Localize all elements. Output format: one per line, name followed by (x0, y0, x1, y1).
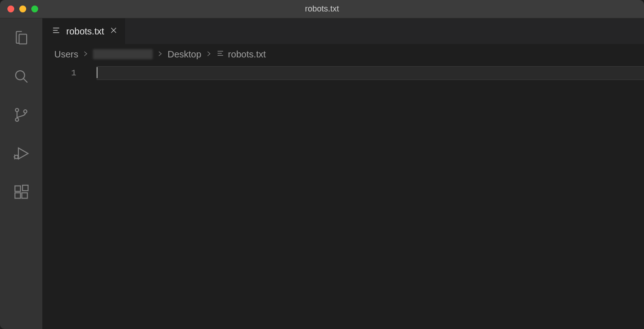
breadcrumb-segment-file[interactable]: robots.txt (228, 49, 266, 60)
svg-point-2 (16, 108, 19, 112)
breadcrumb-segment-desktop[interactable]: Desktop (167, 49, 201, 60)
run-debug-icon (13, 145, 29, 164)
editor-body[interactable]: 1 (42, 64, 644, 329)
svg-rect-15 (22, 193, 28, 199)
editor-region: robots.txt Users Desktop robots.txt (42, 18, 644, 329)
window-minimize-button[interactable] (19, 6, 26, 12)
window-controls (0, 6, 38, 12)
svg-line-10 (18, 155, 19, 156)
editor-window: robots.txt (0, 0, 644, 329)
activity-explorer[interactable] (12, 29, 30, 48)
close-icon[interactable] (109, 26, 118, 36)
window-maximize-button[interactable] (31, 6, 38, 12)
tab-bar: robots.txt (42, 18, 644, 44)
activity-search[interactable] (12, 68, 30, 86)
tab-label: robots.txt (66, 26, 104, 37)
chevron-right-icon (156, 49, 164, 60)
activity-extensions[interactable] (12, 184, 30, 202)
source-control-icon (13, 107, 29, 125)
chevron-right-icon (205, 49, 213, 60)
window-close-button[interactable] (7, 6, 14, 12)
tab-robots-txt[interactable]: robots.txt (42, 18, 125, 44)
text-file-icon (216, 49, 224, 60)
activity-bar (0, 18, 42, 329)
text-cursor (97, 67, 98, 78)
activity-source-control[interactable] (12, 107, 30, 125)
breadcrumb-segment-redacted[interactable] (93, 49, 153, 59)
search-icon (13, 68, 29, 86)
svg-rect-16 (23, 185, 28, 191)
svg-line-9 (14, 155, 15, 156)
svg-point-0 (16, 71, 25, 80)
svg-marker-5 (18, 148, 28, 159)
text-file-icon (52, 26, 61, 37)
line-number: 1 (42, 66, 76, 80)
svg-line-11 (14, 159, 15, 159)
activity-run-debug[interactable] (12, 145, 30, 164)
svg-point-3 (16, 118, 19, 121)
extensions-icon (13, 184, 29, 202)
breadcrumb: Users Desktop robots.txt (42, 44, 644, 64)
svg-line-12 (18, 159, 19, 159)
title-bar: robots.txt (0, 0, 644, 18)
main-area: robots.txt Users Desktop robots.txt (0, 18, 644, 329)
svg-point-4 (24, 110, 27, 113)
files-icon (13, 29, 29, 48)
svg-rect-13 (15, 186, 21, 192)
code-line[interactable] (97, 66, 644, 80)
chevron-right-icon (82, 49, 89, 60)
gutter: 1 (42, 64, 97, 329)
window-title: robots.txt (305, 4, 339, 14)
breadcrumb-segment-users[interactable]: Users (54, 49, 78, 60)
svg-rect-14 (15, 193, 21, 199)
svg-line-1 (23, 79, 27, 82)
code-area[interactable] (97, 64, 644, 329)
svg-point-6 (15, 155, 18, 159)
